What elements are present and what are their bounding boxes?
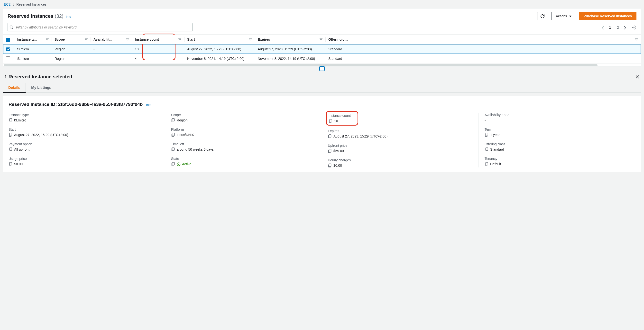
cell-expires: August 27, 2023, 15:29 (UTC+2:00) <box>255 44 326 54</box>
copy-button[interactable] <box>171 133 175 137</box>
field-scope: Scope Region <box>171 113 316 122</box>
col-scope[interactable]: Scope <box>54 38 65 41</box>
check-circle-icon <box>177 162 180 166</box>
copy-button[interactable] <box>328 119 332 123</box>
cell-instance-type: t3.micro <box>14 44 52 54</box>
cell-instance-count: 4 <box>132 54 184 64</box>
copy-button[interactable] <box>8 162 12 166</box>
horizontal-scrollbar[interactable] <box>4 64 598 66</box>
page-next[interactable] <box>624 25 626 29</box>
field-term: Term 1 year <box>484 128 636 137</box>
copy-button[interactable] <box>8 148 12 151</box>
filter-icon[interactable] <box>178 38 181 40</box>
caret-down-icon <box>569 14 572 18</box>
actions-button[interactable]: Actions <box>551 12 576 20</box>
copy-button[interactable] <box>484 148 488 151</box>
details-panel: Reserved Instance ID: 2fbf16dd-98b6-4a3a… <box>3 96 641 172</box>
cell-instance-type: t3.micro <box>14 54 52 64</box>
cell-start: August 27, 2022, 15:29 (UTC+2:00) <box>184 44 255 54</box>
field-availability-zone: Availability Zone - <box>484 113 636 122</box>
cell-availability: - <box>90 54 132 64</box>
cell-scope: Region <box>52 54 90 64</box>
refresh-icon <box>540 14 545 18</box>
page-2[interactable]: 2 <box>616 25 620 30</box>
table-header-row: Instance ty... Scope Availabilit... Inst… <box>3 34 641 44</box>
copy-button[interactable] <box>171 148 175 151</box>
filter-icon[interactable] <box>85 38 88 40</box>
copy-button[interactable] <box>171 118 175 122</box>
col-instance-type[interactable]: Instance ty... <box>17 38 37 41</box>
detail-tabs: Details My Listings <box>3 83 641 93</box>
close-icon <box>636 75 639 78</box>
field-state: State Active <box>171 157 316 166</box>
status-badge: Active <box>177 162 191 166</box>
purchase-button[interactable]: Purchase Reserved Instances <box>579 12 636 20</box>
cell-scope: Region <box>52 44 90 54</box>
row-checkbox[interactable] <box>6 48 10 51</box>
reserved-instances-panel: Reserved Instances (32) Info Actions Pur… <box>3 8 641 66</box>
filter-icon[interactable] <box>635 38 638 40</box>
refresh-button[interactable] <box>537 12 548 20</box>
copy-button[interactable] <box>328 134 332 138</box>
detail-heading: Reserved Instance ID: 2fbf16dd-98b6-4a3a… <box>8 102 636 107</box>
field-tenancy: Tenancy Default <box>484 157 636 166</box>
cell-instance-count: 10 <box>132 44 184 54</box>
field-offering-class: Offering class Standard <box>484 142 636 151</box>
copy-button[interactable] <box>8 118 12 122</box>
field-upfront-price: Upfront price $59.00 <box>328 144 473 153</box>
copy-button[interactable] <box>171 162 175 166</box>
table-row[interactable]: t3.micro Region - 10 August 27, 2022, 15… <box>3 44 641 54</box>
col-availability[interactable]: Availabilit... <box>94 38 112 41</box>
col-expires[interactable]: Expires <box>258 38 270 41</box>
cell-offering: Standard <box>326 54 641 64</box>
filter-icon[interactable] <box>126 38 129 40</box>
field-start: Start August 27, 2022, 15:29 (UTC+2:00) <box>8 128 159 137</box>
cell-expires: November 8, 2022, 14:19 (UTC+2:00) <box>255 54 326 64</box>
annotation-instance-count-field: Instance count 10 <box>326 111 358 126</box>
col-start[interactable]: Start <box>187 38 195 41</box>
copy-button[interactable] <box>328 164 332 168</box>
copy-button[interactable] <box>328 149 332 153</box>
cell-start: November 8, 2021, 14:19 (UTC+2:00) <box>184 54 255 64</box>
breadcrumb-root[interactable]: EC2 <box>4 2 10 6</box>
cell-offering: Standard <box>326 44 641 54</box>
field-instance-count: Instance count 10 <box>328 113 473 124</box>
field-time-left: Time left around 50 weeks 6 days <box>171 142 316 151</box>
page-prev[interactable] <box>602 25 604 29</box>
filter-icon[interactable] <box>46 38 49 40</box>
search-box <box>8 23 192 32</box>
copy-button[interactable] <box>484 162 488 166</box>
select-all-checkbox[interactable] <box>6 38 10 42</box>
tab-listings[interactable]: My Listings <box>26 83 57 92</box>
col-offering[interactable]: Offering cl... <box>328 38 348 41</box>
chevron-right-icon <box>12 2 14 6</box>
cell-availability: - <box>90 44 132 54</box>
pagination: 1 2 <box>602 25 636 30</box>
split-panel-handle[interactable] <box>3 66 641 71</box>
row-checkbox[interactable] <box>6 56 10 60</box>
gear-icon <box>632 25 636 29</box>
field-hourly-charges: Hourly charges $0.00 <box>328 158 473 168</box>
page-1[interactable]: 1 <box>608 25 612 30</box>
close-button[interactable] <box>636 75 639 78</box>
filter-icon[interactable] <box>249 38 252 40</box>
copy-button[interactable] <box>484 133 488 137</box>
field-platform: Platform Linux/UNIX <box>171 128 316 137</box>
info-link[interactable]: Info <box>146 103 152 106</box>
reserved-instances-table: Instance ty... Scope Availabilit... Inst… <box>3 34 641 64</box>
filter-icon[interactable] <box>320 38 322 40</box>
col-instance-count[interactable]: Instance count <box>135 38 159 41</box>
search-input[interactable] <box>8 23 192 32</box>
breadcrumb-current: Reserved Instances <box>16 2 46 6</box>
info-link[interactable]: Info <box>66 15 71 18</box>
copy-button[interactable] <box>8 133 12 137</box>
page-title: Reserved Instances (32) Info <box>8 14 71 19</box>
search-icon <box>10 25 14 29</box>
settings-button[interactable] <box>630 25 636 30</box>
table-row[interactable]: t3.micro Region - 4 November 8, 2021, 14… <box>3 54 641 64</box>
tab-details[interactable]: Details <box>3 83 26 93</box>
field-payment-option: Payment option All upfront <box>8 142 159 151</box>
field-usage-price: Usage price $0.00 <box>8 157 159 166</box>
selection-title: 1 Reserved Instance selected <box>4 74 72 80</box>
drag-handle-icon <box>319 66 325 71</box>
